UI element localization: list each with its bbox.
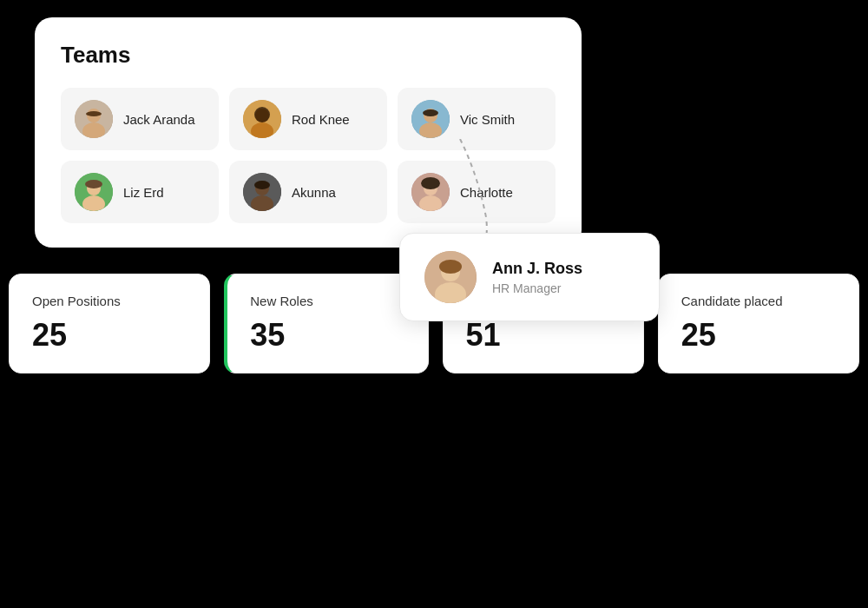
- ann-popup: Ann J. Ross HR Manager: [399, 233, 660, 321]
- svg-point-15: [85, 180, 102, 188]
- svg-point-3: [86, 111, 102, 116]
- stat-value-candidate-placed: 25: [681, 317, 836, 354]
- avatar-rod: [243, 100, 281, 138]
- stat-value-new-roles: 35: [250, 317, 404, 354]
- main-container: Teams Jack Aranda: [35, 17, 833, 591]
- svg-point-11: [423, 109, 438, 116]
- team-card-charlotte[interactable]: Charlotte: [398, 161, 556, 223]
- team-name-akunna: Akunna: [292, 185, 336, 200]
- svg-point-7: [254, 107, 270, 122]
- svg-point-28: [439, 260, 462, 274]
- ann-name: Ann J. Ross: [492, 260, 582, 278]
- svg-point-23: [421, 177, 440, 189]
- team-name-rod: Rod Knee: [292, 112, 350, 127]
- stat-card-open-positions[interactable]: Open Positions 25: [9, 274, 210, 373]
- avatar-akunna: [243, 173, 281, 211]
- team-card-liz[interactable]: Liz Erd: [61, 161, 219, 223]
- team-grid: Jack Aranda Rod Knee: [61, 88, 556, 223]
- team-name-vic: Vic Smith: [460, 112, 515, 127]
- ann-info: Ann J. Ross HR Manager: [492, 260, 582, 295]
- stat-card-new-roles[interactable]: New Roles 35: [224, 274, 428, 373]
- avatar-charlotte: [411, 173, 450, 211]
- stat-label-open-positions: Open Positions: [32, 294, 187, 308]
- ann-role: HR Manager: [492, 281, 582, 295]
- stat-card-candidate-placed[interactable]: Candidate placed 25: [658, 274, 859, 373]
- stat-label-new-roles: New Roles: [250, 294, 404, 308]
- team-card-rod[interactable]: Rod Knee: [229, 88, 387, 150]
- stat-value-open-positions: 25: [32, 317, 187, 354]
- avatar-vic: [411, 100, 450, 138]
- avatar-liz: [75, 173, 113, 211]
- stat-label-candidate-placed: Candidate placed: [681, 294, 836, 308]
- team-name-charlotte: Charlotte: [460, 185, 513, 200]
- ann-avatar: [424, 251, 477, 303]
- avatar-jack: [75, 100, 113, 138]
- team-card-jack[interactable]: Jack Aranda: [61, 88, 219, 150]
- team-name-liz: Liz Erd: [123, 185, 164, 200]
- team-card-akunna[interactable]: Akunna: [229, 161, 387, 223]
- team-card-vic[interactable]: Vic Smith: [398, 88, 556, 150]
- teams-panel: Teams Jack Aranda: [35, 17, 582, 248]
- svg-point-19: [254, 181, 270, 189]
- stat-value-total-roles: 51: [466, 317, 621, 354]
- team-name-jack: Jack Aranda: [123, 112, 195, 127]
- teams-title: Teams: [61, 42, 556, 69]
